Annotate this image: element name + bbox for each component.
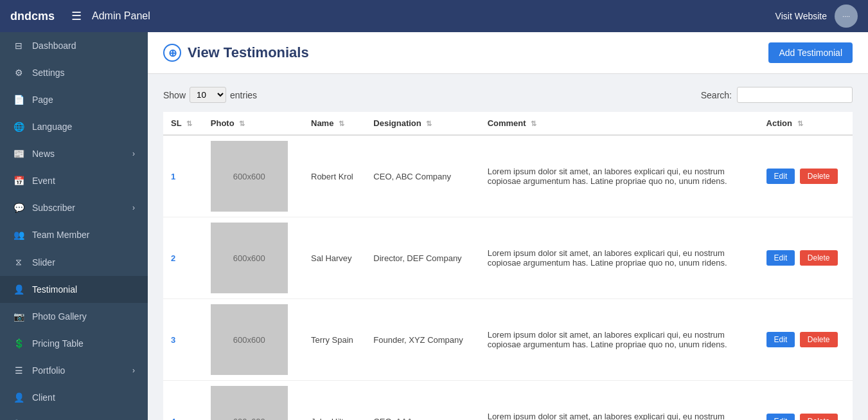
edit-button-1[interactable]: Edit	[766, 250, 795, 266]
sidebar-icon-page: 📄	[13, 95, 24, 105]
sidebar-icon-photo-gallery: 📷	[13, 311, 24, 322]
cell-sl-3: 4	[163, 381, 203, 421]
testimonials-table: SL ⇅ Photo ⇅ Name ⇅ Designation ⇅ Commen…	[163, 112, 853, 420]
sidebar-item-photo-gallery[interactable]: 📷 Photo Gallery	[0, 303, 148, 330]
cell-designation-1: Director, DEF Company	[366, 217, 479, 299]
arrow-icon-news: ›	[132, 149, 135, 158]
table-area: Show 10 25 50 100 entries Search:	[148, 74, 868, 420]
entries-label: entries	[230, 90, 257, 100]
search-label: Search:	[701, 90, 732, 100]
cell-designation-2: Founder, XYZ Company	[366, 299, 479, 381]
edit-button-3[interactable]: Edit	[766, 414, 795, 420]
cell-photo-3: 600x600	[203, 381, 303, 421]
show-label: Show	[163, 90, 186, 100]
delete-button-3[interactable]: Delete	[800, 414, 838, 420]
col-comment: Comment ⇅	[480, 112, 759, 135]
sidebar-item-slider[interactable]: ⧖ Slider	[0, 248, 148, 276]
col-name: Name ⇅	[303, 112, 366, 135]
visit-website-link[interactable]: Visit Website	[775, 11, 827, 21]
cell-name-3: John Hilton	[303, 381, 366, 421]
cell-name-0: Robert Krol	[303, 135, 366, 217]
sidebar-item-pricing-table[interactable]: 💲 Pricing Table	[0, 330, 148, 357]
sidebar-icon-language: 🌐	[13, 122, 24, 132]
cell-name-2: Terry Spain	[303, 299, 366, 381]
topnav-right: Visit Website ····	[775, 5, 858, 28]
avatar[interactable]: ····	[835, 5, 858, 28]
brand-logo: dndcms	[10, 10, 55, 23]
sidebar-icon-slider: ⧖	[13, 257, 24, 268]
cell-action-1: Edit Delete	[759, 217, 853, 299]
sidebar-icon-client: 👤	[13, 392, 24, 403]
sort-icon-sl: ⇅	[186, 120, 192, 128]
col-sl: SL ⇅	[163, 112, 203, 135]
sidebar-icon-portfolio: ☰	[13, 365, 24, 376]
cell-action-2: Edit Delete	[759, 299, 853, 381]
edit-button-0[interactable]: Edit	[766, 169, 795, 184]
cell-photo-2: 600x600	[203, 299, 303, 381]
search-input[interactable]	[737, 87, 853, 103]
sidebar-item-client[interactable]: 👤 Client	[0, 384, 148, 411]
sort-icon-name: ⇅	[339, 120, 344, 128]
sidebar-label-portfolio: Portfolio	[32, 365, 65, 376]
sidebar-item-event[interactable]: 📅 Event	[0, 167, 148, 194]
main-content: ⊕ View Testimonials Add Testimonial Show…	[148, 32, 868, 420]
hamburger-icon[interactable]: ☰	[71, 9, 82, 23]
table-row: 1 600x600 Robert Krol CEO, ABC Company L…	[163, 135, 853, 217]
sidebar-item-settings[interactable]: ⚙ Settings	[0, 59, 148, 86]
sidebar-item-testimonial[interactable]: 👤 Testimonial	[0, 276, 148, 303]
cell-name-1: Sal Harvey	[303, 217, 366, 299]
photo-placeholder-1: 600x600	[211, 223, 288, 293]
sidebar-icon-dashboard: ⊟	[13, 41, 24, 51]
col-designation: Designation ⇅	[366, 112, 479, 135]
sidebar-label-slider: Slider	[32, 257, 55, 268]
table-header-row: SL ⇅ Photo ⇅ Name ⇅ Designation ⇅ Commen…	[163, 112, 853, 135]
page-title: View Testimonials	[188, 44, 309, 61]
sidebar-item-portfolio[interactable]: ☰ Portfolio ›	[0, 357, 148, 384]
cell-comment-0: Lorem ipsum dolor sit amet, an labores e…	[480, 135, 759, 217]
sort-icon-action: ⇅	[797, 120, 803, 128]
sidebar-label-language: Language	[32, 122, 72, 132]
cell-comment-3: Lorem ipsum dolor sit amet, an labores e…	[480, 381, 759, 421]
sidebar-label-event: Event	[32, 176, 55, 186]
sidebar-label-dashboard: Dashboard	[32, 41, 76, 51]
sidebar-label-subscriber: Subscriber	[32, 203, 75, 213]
show-entries-control: Show 10 25 50 100 entries	[163, 87, 257, 103]
sidebar-icon-news: 📰	[13, 149, 24, 159]
sidebar-label-news: News	[32, 149, 55, 159]
sidebar-label-testimonial: Testimonial	[32, 284, 77, 295]
sidebar: ⊟ Dashboard ⚙ Settings 📄 Page 🌐 Language…	[0, 32, 148, 420]
cell-designation-0: CEO, ABC Company	[366, 135, 479, 217]
sidebar-item-team-member[interactable]: 👥 Team Member	[0, 221, 148, 248]
table-row: 2 600x600 Sal Harvey Director, DEF Compa…	[163, 217, 853, 299]
sidebar-item-news[interactable]: 📰 News ›	[0, 140, 148, 167]
delete-button-1[interactable]: Delete	[800, 250, 838, 266]
sidebar-item-page[interactable]: 📄 Page	[0, 86, 148, 113]
cell-sl-2: 3	[163, 299, 203, 381]
edit-button-2[interactable]: Edit	[766, 332, 795, 347]
topnav: dndcms ☰ Admin Panel Visit Website ····	[0, 0, 868, 32]
delete-button-0[interactable]: Delete	[800, 169, 838, 184]
cell-photo-0: 600x600	[203, 135, 303, 217]
add-testimonial-button[interactable]: Add Testimonial	[768, 42, 853, 63]
photo-placeholder-0: 600x600	[211, 141, 288, 212]
cell-designation-3: CEO, AAA	[366, 381, 479, 421]
page-title-icon: ⊕	[163, 44, 181, 62]
sidebar-label-settings: Settings	[32, 68, 65, 78]
cell-action-0: Edit Delete	[759, 135, 853, 217]
cell-comment-2: Lorem ipsum dolor sit amet, an labores e…	[480, 299, 759, 381]
photo-placeholder-3: 600x600	[211, 386, 288, 420]
delete-button-2[interactable]: Delete	[800, 332, 838, 347]
sidebar-icon-event: 📅	[13, 176, 24, 186]
sidebar-item-dashboard[interactable]: ⊟ Dashboard	[0, 32, 148, 59]
sidebar-item-subscriber[interactable]: 💬 Subscriber ›	[0, 194, 148, 221]
layout: ⊟ Dashboard ⚙ Settings 📄 Page 🌐 Language…	[0, 32, 868, 420]
sidebar-item-language[interactable]: 🌐 Language	[0, 113, 148, 140]
cell-photo-1: 600x600	[203, 217, 303, 299]
sort-icon-designation: ⇅	[426, 120, 432, 128]
search-control: Search:	[701, 87, 853, 103]
table-row: 3 600x600 Terry Spain Founder, XYZ Compa…	[163, 299, 853, 381]
table-row: 4 600x600 John Hilton CEO, AAA Lorem ips…	[163, 381, 853, 421]
sidebar-icon-testimonial: 👤	[13, 284, 24, 295]
sidebar-item-service[interactable]: 🔧 Service	[0, 411, 148, 420]
entries-select[interactable]: 10 25 50 100	[190, 87, 226, 103]
